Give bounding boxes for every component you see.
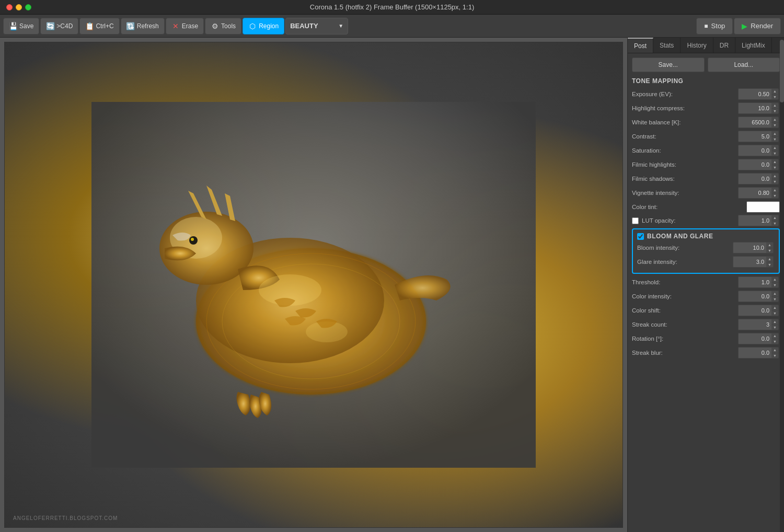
save-button[interactable]: 💾 Save xyxy=(3,18,39,34)
threshold-down[interactable]: ▼ xyxy=(771,282,778,288)
vignette-input[interactable] xyxy=(738,187,771,199)
post-save-button[interactable]: Save... xyxy=(632,57,705,72)
close-button[interactable] xyxy=(6,4,13,10)
color-shift-input[interactable] xyxy=(738,305,771,316)
maximize-button[interactable] xyxy=(25,4,31,10)
exposure-label: Exposure (EV): xyxy=(632,91,738,97)
copy-button[interactable]: 📋 Ctrl+C xyxy=(79,18,119,34)
exposure-input[interactable] xyxy=(738,88,771,100)
contrast-up[interactable]: ▲ xyxy=(771,131,778,136)
color-intensity-up[interactable]: ▲ xyxy=(771,291,778,296)
saturation-row: Saturation: ▲ ▼ xyxy=(632,144,780,157)
copy-icon: 📋 xyxy=(85,22,94,30)
render-button[interactable]: ▶ Render xyxy=(734,18,781,34)
streak-blur-input[interactable] xyxy=(738,347,771,358)
rotation-input[interactable] xyxy=(738,333,771,344)
saturation-input[interactable] xyxy=(738,145,771,156)
highlight-compress-input[interactable] xyxy=(738,102,771,114)
highlight-compress-up[interactable]: ▲ xyxy=(771,103,778,108)
render-canvas: ANGELOFERRETTI.BLOGSPOT.COM xyxy=(4,42,623,528)
scrollbar-thumb[interactable] xyxy=(780,40,784,102)
filmic-highlights-label: Filmic highlights: xyxy=(632,161,738,168)
stop-button[interactable]: ■ Stop xyxy=(696,18,733,34)
vignette-label: Vignette intensity: xyxy=(632,190,738,196)
refresh-button[interactable]: 🔃 Refresh xyxy=(121,18,165,34)
post-load-button[interactable]: Load... xyxy=(708,57,780,72)
filmic-shadows-input[interactable] xyxy=(738,173,771,184)
color-intensity-row: Color intensity: ▲ ▼ xyxy=(632,290,780,303)
highlight-compress-label: Highlight compress: xyxy=(632,105,738,111)
white-balance-down[interactable]: ▼ xyxy=(771,122,778,128)
streak-count-down[interactable]: ▼ xyxy=(771,325,778,330)
bloom-intensity-up[interactable]: ▲ xyxy=(766,242,773,248)
tab-lightmix[interactable]: LightMix xyxy=(735,38,772,53)
rotation-up[interactable]: ▲ xyxy=(771,333,778,339)
exposure-up[interactable]: ▲ xyxy=(771,89,778,94)
saturation-down[interactable]: ▼ xyxy=(771,151,778,156)
lut-opacity-input[interactable] xyxy=(738,215,771,226)
white-balance-input[interactable] xyxy=(738,117,771,128)
color-intensity-down[interactable]: ▼ xyxy=(771,296,778,302)
lut-label-wrap: LUT opacity: xyxy=(632,217,738,224)
lut-opacity-row: LUT opacity: ▲ ▼ xyxy=(632,215,780,226)
streak-blur-up[interactable]: ▲ xyxy=(771,348,778,353)
highlight-compress-down[interactable]: ▼ xyxy=(771,108,778,114)
vignette-down[interactable]: ▼ xyxy=(771,193,778,199)
vignette-up[interactable]: ▲ xyxy=(771,188,778,193)
streak-count-up[interactable]: ▲ xyxy=(771,319,778,325)
save-load-row: Save... Load... xyxy=(632,57,780,72)
glare-intensity-input[interactable] xyxy=(733,256,766,268)
region-button[interactable]: ⬡ Region xyxy=(243,18,284,34)
color-intensity-input[interactable] xyxy=(738,291,771,302)
filmic-highlights-wrap: ▲ ▼ xyxy=(738,159,780,170)
contrast-input[interactable] xyxy=(738,131,771,142)
lut-opacity-down[interactable]: ▼ xyxy=(771,221,778,226)
rotation-down[interactable]: ▼ xyxy=(771,339,778,344)
filmic-highlights-up[interactable]: ▲ xyxy=(771,159,778,165)
stop-icon: ■ xyxy=(704,22,708,30)
color-shift-label: Color shift: xyxy=(632,307,738,314)
refresh-icon: 🔃 xyxy=(126,22,135,30)
tab-history[interactable]: History xyxy=(681,38,713,53)
streak-count-input[interactable] xyxy=(738,319,771,330)
color-tint-swatch[interactable] xyxy=(746,201,780,213)
panel-content: Save... Load... TONE MAPPING Exposure (E… xyxy=(628,53,784,532)
c4d-button[interactable]: 🔄 >C4D xyxy=(40,18,78,34)
region-icon: ⬡ xyxy=(248,22,257,30)
filmic-highlights-down[interactable]: ▼ xyxy=(771,165,778,170)
bloom-glare-checkbox[interactable] xyxy=(637,233,644,240)
glare-intensity-up[interactable]: ▲ xyxy=(766,257,773,262)
threshold-input[interactable] xyxy=(738,276,771,288)
tab-post[interactable]: Post xyxy=(628,38,653,53)
bloom-intensity-input[interactable] xyxy=(733,242,766,253)
lut-opacity-up[interactable]: ▲ xyxy=(771,215,778,221)
render-play-icon: ▶ xyxy=(742,22,747,30)
exposure-down[interactable]: ▼ xyxy=(771,94,778,100)
beauty-select[interactable]: BEAUTY ▼ xyxy=(285,18,348,34)
main-content: ANGELOFERRETTI.BLOGSPOT.COM Post Stats H… xyxy=(0,38,784,532)
white-balance-up[interactable]: ▲ xyxy=(771,117,778,122)
lut-checkbox[interactable] xyxy=(632,217,639,224)
threshold-wrap: ▲ ▼ xyxy=(738,276,780,288)
contrast-down[interactable]: ▼ xyxy=(771,136,778,142)
filmic-highlights-spinner: ▲ ▼ xyxy=(771,159,779,170)
title-bar: Corona 1.5 (hotfix 2) Frame Buffer (1500… xyxy=(0,0,784,15)
threshold-up[interactable]: ▲ xyxy=(771,277,778,282)
filmic-shadows-up[interactable]: ▲ xyxy=(771,174,778,179)
glare-intensity-down[interactable]: ▼ xyxy=(766,262,773,268)
color-shift-up[interactable]: ▲ xyxy=(771,305,778,310)
filmic-highlights-input[interactable] xyxy=(738,159,771,170)
tab-dr[interactable]: DR xyxy=(713,38,735,53)
streak-blur-down[interactable]: ▼ xyxy=(771,353,778,358)
bloom-intensity-down[interactable]: ▼ xyxy=(766,248,773,253)
white-balance-spinner: ▲ ▼ xyxy=(771,117,779,128)
minimize-button[interactable] xyxy=(16,4,22,10)
tools-icon: ⚙ xyxy=(211,22,219,30)
erase-button[interactable]: ✕ Erase xyxy=(166,18,204,34)
tools-button[interactable]: ⚙ Tools xyxy=(205,18,241,34)
saturation-up[interactable]: ▲ xyxy=(771,145,778,151)
tab-stats[interactable]: Stats xyxy=(653,38,681,53)
streak-blur-label: Streak blur: xyxy=(632,350,738,356)
filmic-shadows-down[interactable]: ▼ xyxy=(771,179,778,184)
color-shift-down[interactable]: ▼ xyxy=(771,310,778,316)
